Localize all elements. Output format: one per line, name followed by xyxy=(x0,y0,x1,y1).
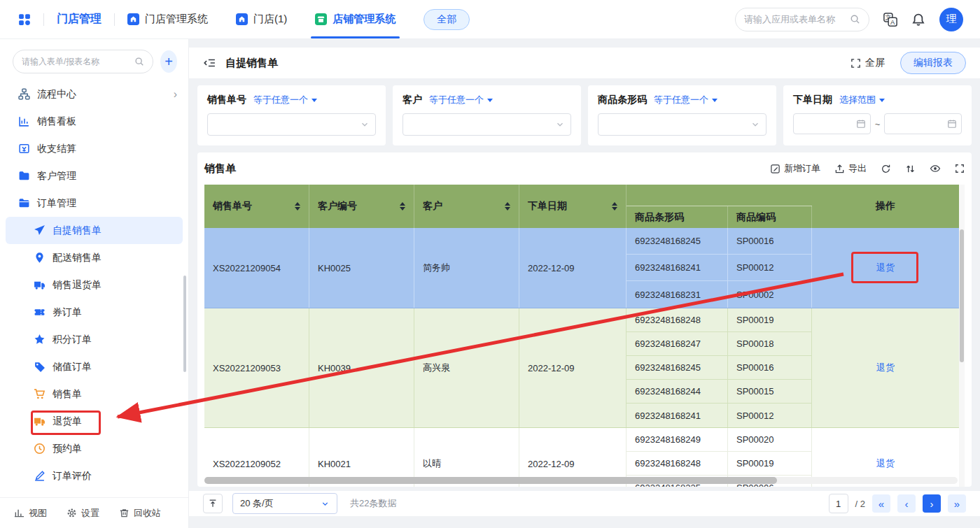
sort-icon[interactable] xyxy=(905,164,916,174)
collapse-sidebar-icon[interactable] xyxy=(203,57,216,69)
sort-toggle[interactable] xyxy=(612,202,617,211)
notifications-bell-icon[interactable] xyxy=(911,13,925,27)
prev-page-button[interactable]: ‹ xyxy=(897,494,916,513)
page-size-select[interactable]: 20 条/页 xyxy=(232,493,337,514)
filter-label: 客户 xyxy=(402,94,422,106)
filter-operator[interactable]: 选择范围 xyxy=(839,94,885,106)
tab-label: 门店(1) xyxy=(253,13,287,26)
app-title[interactable]: 门店管理 xyxy=(57,12,102,27)
sidebar-item-return-order[interactable]: 退货单 xyxy=(0,408,188,435)
form-search-input[interactable] xyxy=(22,57,130,66)
translate-icon[interactable]: 文A xyxy=(883,13,897,27)
sidebar-item-label: 储值订单 xyxy=(52,361,92,373)
sidebar-item-sales-order[interactable]: 销售单 xyxy=(0,380,188,408)
export-label: 导出 xyxy=(848,162,867,175)
sidebar-item-order-mgmt[interactable]: 订单管理 xyxy=(0,190,188,217)
tab-store-1[interactable]: 门店(1) xyxy=(236,0,287,38)
table-row[interactable]: XS20221209054 KH0025 简务帅 2022-12-09 6923… xyxy=(204,228,965,308)
cell-product-code: SP00012 xyxy=(728,255,812,281)
sidebar-item-label: 收支结算 xyxy=(37,143,76,155)
edit-report-button[interactable]: 编辑报表 xyxy=(900,52,966,74)
col-header-customer[interactable]: 客户 xyxy=(414,185,519,228)
date-end-input[interactable] xyxy=(884,113,962,134)
cell-barcode: 6923248168241 xyxy=(626,404,728,427)
cell-barcode: 6923248168244 xyxy=(626,380,728,404)
col-header-order-no[interactable]: 销售单号 xyxy=(204,185,309,228)
table-fullscreen-icon[interactable] xyxy=(955,164,965,173)
export-button[interactable]: 导出 xyxy=(834,162,867,175)
filter-operator[interactable]: 等于任意一个 xyxy=(253,94,317,106)
blue-app-icon xyxy=(127,13,139,25)
apps-grid-icon[interactable] xyxy=(18,13,31,26)
cell-product-code: SP00015 xyxy=(728,380,812,404)
settings-button[interactable]: 设置 xyxy=(66,507,99,520)
sidebar-item-coupon-order[interactable]: 券订单 xyxy=(0,299,188,326)
sidebar-item-process-center[interactable]: 流程中心 › xyxy=(0,80,188,108)
sidebar-item-settlement[interactable]: 收支结算 xyxy=(0,135,188,162)
sidebar-item-sales-return[interactable]: 销售退货单 xyxy=(0,271,188,299)
col-header-product-code[interactable]: 商品编码 xyxy=(728,206,812,228)
sidebar-item-delivery-sales[interactable]: 配送销售单 xyxy=(0,244,188,271)
pagination-bar: 20 条/页 共22条数据 1 / 2 « ‹ › » xyxy=(189,491,980,516)
return-button[interactable]: 退货 xyxy=(876,262,895,274)
operator-label: 等于任意一个 xyxy=(253,94,308,106)
col-header-customer-no[interactable]: 客户编号 xyxy=(309,185,414,228)
tab-label: 店铺管理系统 xyxy=(332,13,396,26)
tab-shop-mgmt-system[interactable]: 店铺管理系统 xyxy=(315,0,396,38)
fullscreen-button[interactable]: 全屏 xyxy=(850,57,885,69)
filter-operator[interactable]: 等于任意一个 xyxy=(429,94,493,106)
sidebar-item-customer-mgmt[interactable]: 客户管理 xyxy=(0,162,188,190)
chevron-down-icon xyxy=(555,120,565,129)
sidebar-item-label: 配送销售单 xyxy=(52,252,102,264)
tab-store-mgmt-system[interactable]: 门店管理系统 xyxy=(127,0,208,38)
all-apps-button[interactable]: 全部 xyxy=(424,9,470,30)
return-button[interactable]: 退货 xyxy=(876,457,895,470)
date-start-input[interactable] xyxy=(793,113,871,134)
col-header-order-date[interactable]: 下单日期 xyxy=(519,185,626,228)
sidebar-item-order-review[interactable]: 订单评价 xyxy=(0,462,188,490)
views-button[interactable]: 视图 xyxy=(14,507,47,520)
next-page-button[interactable]: › xyxy=(923,494,941,513)
global-search[interactable] xyxy=(735,8,869,31)
col-label: 客户 xyxy=(423,200,442,213)
chevron-right-icon[interactable]: › xyxy=(174,89,177,100)
cell-customer-no: KH0039 xyxy=(309,308,414,427)
form-search[interactable] xyxy=(13,50,153,73)
add-order-button[interactable]: 新增订单 xyxy=(770,162,820,175)
sort-toggle[interactable] xyxy=(400,202,405,211)
filter-operator[interactable]: 等于任意一个 xyxy=(654,94,718,106)
global-search-input[interactable] xyxy=(744,14,844,24)
main-content: 自提销售单 全屏 编辑报表 销售单号 等于任意一个 xyxy=(189,39,980,528)
column-visibility-eye-icon[interactable] xyxy=(930,163,941,174)
sidebar-item-storedvalue-order[interactable]: 储值订单 xyxy=(0,353,188,380)
sidebar-item-sales-board[interactable]: 销售看板 xyxy=(0,108,188,135)
cell-customer: 简务帅 xyxy=(414,228,519,308)
sidebar-item-reservation-order[interactable]: 预约单 xyxy=(0,435,188,462)
chevron-down-icon xyxy=(321,499,330,508)
return-button[interactable]: 退货 xyxy=(876,362,895,374)
sidebar-item-points-order[interactable]: 积分订单 xyxy=(0,326,188,353)
filter-select[interactable] xyxy=(598,113,766,136)
table-horizontal-scrollbar[interactable] xyxy=(204,477,958,484)
cell-order-no: XS20221209054 xyxy=(204,228,309,308)
user-avatar[interactable]: 理 xyxy=(939,8,963,31)
filter-select[interactable] xyxy=(402,113,571,136)
table-row[interactable]: XS20221209053 KH0039 高兴泉 2022-12-09 6923… xyxy=(204,308,965,428)
sort-toggle[interactable] xyxy=(295,202,300,211)
sidebar-scrollbar[interactable] xyxy=(183,276,186,372)
col-label: 销售单号 xyxy=(213,200,252,213)
table-vertical-scrollbar[interactable] xyxy=(959,185,965,487)
refresh-icon[interactable] xyxy=(881,164,891,174)
first-page-button[interactable]: « xyxy=(872,494,890,513)
filter-select[interactable] xyxy=(207,113,376,136)
sidebar-item-selfpickup-sales[interactable]: 自提销售单 xyxy=(6,217,183,244)
table-title: 销售单 xyxy=(204,162,236,176)
last-page-button[interactable]: » xyxy=(948,494,966,513)
current-page-input[interactable]: 1 xyxy=(829,494,848,513)
recycle-bin-button[interactable]: 回收站 xyxy=(119,507,161,520)
sort-toggle[interactable] xyxy=(505,202,510,211)
back-to-top-button[interactable] xyxy=(203,494,223,513)
col-header-product-barcode[interactable]: 商品条形码 xyxy=(626,206,728,228)
add-form-button[interactable]: + xyxy=(160,50,177,73)
footer-item-label: 视图 xyxy=(29,507,47,520)
